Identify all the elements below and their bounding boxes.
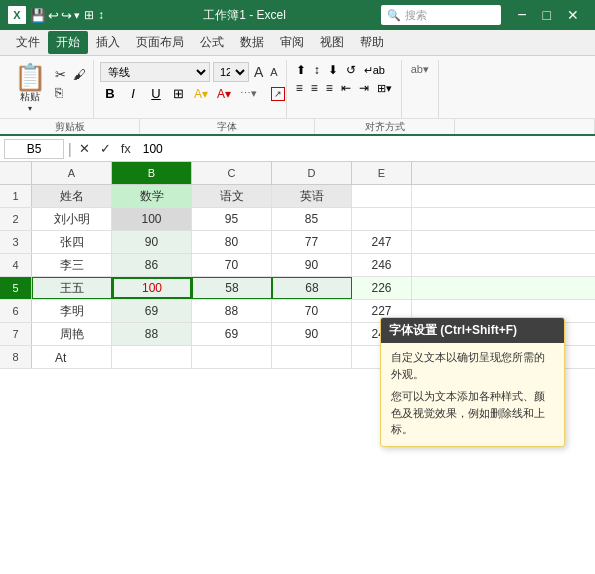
align-center-btn[interactable]: ≡ — [308, 80, 321, 96]
menu-item-home[interactable]: 开始 — [48, 31, 88, 54]
col-header-c: C — [192, 162, 272, 184]
menu-item-page-layout[interactable]: 页面布局 — [128, 31, 192, 54]
cell-c6[interactable]: 88 — [192, 300, 272, 322]
merge-btn[interactable]: ⊞▾ — [374, 81, 395, 96]
layout-icon2[interactable]: ↕ — [98, 8, 104, 22]
cell-d6[interactable]: 70 — [272, 300, 352, 322]
underline-button[interactable]: U — [146, 84, 166, 103]
cell-b4[interactable]: 86 — [112, 254, 192, 276]
font-color-btn[interactable]: A▾ — [214, 86, 234, 102]
cell-c8[interactable] — [192, 346, 272, 368]
search-placeholder: 搜索 — [405, 8, 427, 23]
max-btn[interactable]: □ — [535, 7, 559, 23]
cell-c4[interactable]: 70 — [192, 254, 272, 276]
cell-c2[interactable]: 95 — [192, 208, 272, 230]
cell-c7[interactable]: 69 — [192, 323, 272, 345]
paste-dropdown-icon[interactable]: ▾ — [28, 104, 32, 113]
cancel-formula-btn[interactable]: ✕ — [76, 141, 93, 156]
paste-button[interactable]: 📋 粘贴 ▾ — [10, 62, 50, 115]
cell-a5[interactable]: 王五 — [32, 277, 112, 299]
font-dialog-launcher[interactable]: ↗ — [271, 87, 285, 101]
fill-color-btn[interactable]: A▾ — [191, 86, 211, 102]
tooltip-title: 字体设置 (Ctrl+Shift+F) — [381, 318, 564, 343]
cell-d1[interactable]: 英语 — [272, 185, 352, 207]
table-row: 3 张四 90 80 77 247 — [0, 231, 595, 254]
cell-b5-active[interactable]: 100 — [112, 277, 192, 299]
border-btn[interactable]: ⊞ — [169, 84, 188, 103]
cell-e1[interactable] — [352, 185, 412, 207]
quick-access-more[interactable]: ▾ — [74, 9, 80, 22]
menu-item-review[interactable]: 审阅 — [272, 31, 312, 54]
cell-d5[interactable]: 68 — [272, 277, 352, 299]
formula-bar-separator: | — [68, 141, 72, 157]
cell-a4[interactable]: 李三 — [32, 254, 112, 276]
undo-btn[interactable]: ↩ — [48, 8, 59, 23]
cell-b2[interactable]: 100 — [112, 208, 192, 230]
excel-logo: X — [8, 6, 26, 24]
cell-b7[interactable]: 88 — [112, 323, 192, 345]
font-name-select[interactable]: 等线 — [100, 62, 210, 82]
cell-d4[interactable]: 90 — [272, 254, 352, 276]
formula-input[interactable] — [138, 139, 591, 159]
min-btn[interactable]: − — [509, 6, 534, 24]
font-size-increase-btn[interactable]: A — [252, 64, 265, 80]
text-direction-btn[interactable]: ↺ — [343, 62, 359, 78]
font-size-select[interactable]: 12 — [213, 62, 249, 82]
cell-b1[interactable]: 数学 — [112, 185, 192, 207]
cell-e5[interactable]: 226 — [352, 277, 412, 299]
align-left-btn[interactable]: ≡ — [293, 80, 306, 96]
cell-d7[interactable]: 90 — [272, 323, 352, 345]
align-right-btn[interactable]: ≡ — [323, 80, 336, 96]
bold-button[interactable]: B — [100, 84, 120, 103]
align-bottom-btn[interactable]: ⬇ — [325, 62, 341, 78]
cut-button[interactable]: ✂ — [52, 66, 69, 83]
cell-a8[interactable] — [32, 346, 112, 368]
cell-b8[interactable] — [112, 346, 192, 368]
cell-c3[interactable]: 80 — [192, 231, 272, 253]
cell-a6[interactable]: 李明 — [32, 300, 112, 322]
decrease-indent-btn[interactable]: ⇤ — [338, 80, 354, 96]
cell-e4[interactable]: 246 — [352, 254, 412, 276]
col-header-b: B — [112, 162, 192, 184]
redo-btn[interactable]: ↪ — [61, 8, 72, 23]
font-size-decrease-btn[interactable]: A — [268, 66, 279, 78]
menu-item-view[interactable]: 视图 — [312, 31, 352, 54]
menu-item-data[interactable]: 数据 — [232, 31, 272, 54]
number-label — [455, 119, 595, 134]
cell-a1[interactable]: 姓名 — [32, 185, 112, 207]
cell-c1[interactable]: 语文 — [192, 185, 272, 207]
cell-b6[interactable]: 69 — [112, 300, 192, 322]
row-num-5: 5 — [0, 277, 32, 299]
search-box[interactable]: 🔍 搜索 — [381, 5, 501, 25]
align-top-btn[interactable]: ⬆ — [293, 62, 309, 78]
confirm-formula-btn[interactable]: ✓ — [97, 141, 114, 156]
menu-item-insert[interactable]: 插入 — [88, 31, 128, 54]
cell-e2[interactable] — [352, 208, 412, 230]
cell-a2[interactable]: 刘小明 — [32, 208, 112, 230]
menu-item-file[interactable]: 文件 — [8, 31, 48, 54]
layout-icon1[interactable]: ⊞ — [84, 8, 94, 22]
align-middle-btn[interactable]: ↕ — [311, 62, 323, 78]
wrap-text-btn[interactable]: ↵ab — [361, 63, 388, 78]
name-box[interactable] — [4, 139, 64, 159]
row-num-3: 3 — [0, 231, 32, 253]
copy-button[interactable]: ⎘ — [52, 84, 66, 101]
cell-a7[interactable]: 周艳 — [32, 323, 112, 345]
number-format-btn[interactable]: ab▾ — [408, 62, 432, 77]
close-btn[interactable]: ✕ — [559, 7, 587, 23]
increase-indent-btn[interactable]: ⇥ — [356, 80, 372, 96]
cell-d3[interactable]: 77 — [272, 231, 352, 253]
cell-d8[interactable] — [272, 346, 352, 368]
format-painter-button[interactable]: 🖌 — [70, 66, 89, 83]
cell-c5[interactable]: 58 — [192, 277, 272, 299]
cell-d2[interactable]: 85 — [272, 208, 352, 230]
menu-item-formula[interactable]: 公式 — [192, 31, 232, 54]
cell-b3[interactable]: 90 — [112, 231, 192, 253]
cell-a3[interactable]: 张四 — [32, 231, 112, 253]
italic-button[interactable]: I — [123, 84, 143, 103]
cell-e3[interactable]: 247 — [352, 231, 412, 253]
menu-item-help[interactable]: 帮助 — [352, 31, 392, 54]
quick-save-btn[interactable]: 💾 — [30, 8, 46, 23]
font-btn-more[interactable]: ⋯▾ — [237, 86, 260, 101]
insert-function-btn[interactable]: fx — [118, 141, 134, 156]
